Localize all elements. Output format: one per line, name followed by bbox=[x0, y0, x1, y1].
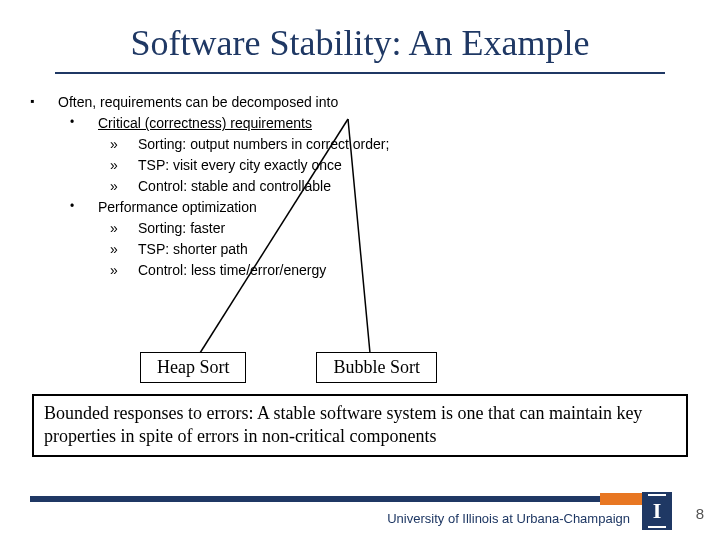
slide-title: Software Stability: An Example bbox=[0, 0, 720, 72]
performance-item: » Control: less time/error/energy bbox=[30, 260, 690, 281]
logo-letter-icon: I bbox=[653, 498, 662, 524]
illinois-logo: I bbox=[642, 492, 672, 530]
performance-heading: Performance optimization bbox=[98, 197, 257, 218]
intro-line: ▪ Often, requirements can be decomposed … bbox=[30, 92, 690, 113]
performance-item-text: Control: less time/error/energy bbox=[138, 260, 326, 281]
bubble-sort-box: Bubble Sort bbox=[316, 352, 437, 383]
sort-boxes-row: Heap Sort Bubble Sort bbox=[0, 352, 720, 383]
title-underline bbox=[55, 72, 665, 74]
critical-item: » Control: stable and controllable bbox=[30, 176, 690, 197]
critical-item: » TSP: visit every city exactly once bbox=[30, 155, 690, 176]
raquo-bullet-icon: » bbox=[110, 176, 138, 197]
dot-bullet-icon: • bbox=[70, 113, 98, 134]
raquo-bullet-icon: » bbox=[110, 218, 138, 239]
critical-item: » Sorting: output numbers in correct ord… bbox=[30, 134, 690, 155]
raquo-bullet-icon: » bbox=[110, 239, 138, 260]
page-number: 8 bbox=[696, 505, 704, 522]
footer-text: University of Illinois at Urbana-Champai… bbox=[387, 511, 630, 526]
heap-sort-box: Heap Sort bbox=[140, 352, 246, 383]
dot-bullet-icon: • bbox=[70, 197, 98, 218]
critical-item-text: Sorting: output numbers in correct order… bbox=[138, 134, 389, 155]
critical-heading-line: • Critical (correctness) requirements bbox=[30, 113, 690, 134]
intro-text: Often, requirements can be decomposed in… bbox=[58, 92, 338, 113]
critical-item-text: TSP: visit every city exactly once bbox=[138, 155, 342, 176]
performance-heading-line: • Performance optimization bbox=[30, 197, 690, 218]
critical-item-text: Control: stable and controllable bbox=[138, 176, 331, 197]
raquo-bullet-icon: » bbox=[110, 260, 138, 281]
performance-item: » TSP: shorter path bbox=[30, 239, 690, 260]
performance-item-text: Sorting: faster bbox=[138, 218, 225, 239]
critical-heading: Critical (correctness) requirements bbox=[98, 113, 312, 134]
raquo-bullet-icon: » bbox=[110, 134, 138, 155]
performance-item-text: TSP: shorter path bbox=[138, 239, 248, 260]
square-bullet-icon: ▪ bbox=[30, 92, 58, 113]
definition-box: Bounded responses to errors: A stable so… bbox=[32, 394, 688, 457]
performance-item: » Sorting: faster bbox=[30, 218, 690, 239]
footer-bar bbox=[30, 496, 660, 502]
raquo-bullet-icon: » bbox=[110, 155, 138, 176]
content-area: ▪ Often, requirements can be decomposed … bbox=[0, 92, 720, 281]
